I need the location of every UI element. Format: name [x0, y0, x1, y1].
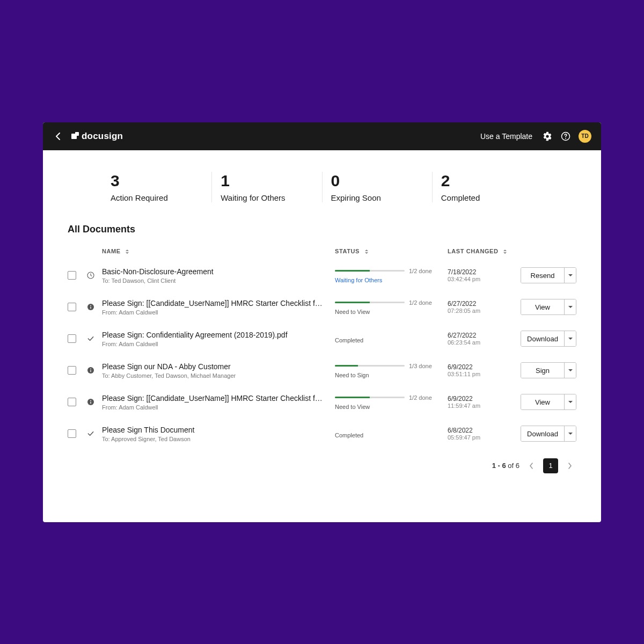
- column-name-label: NAME: [102, 248, 121, 254]
- progress-text: 1/3 done: [409, 363, 432, 369]
- svg-point-9: [90, 368, 91, 369]
- row-action-group: Sign: [521, 362, 576, 378]
- row-action-dropdown[interactable]: [564, 331, 576, 346]
- row-checkbox[interactable]: [68, 398, 76, 406]
- row-action-button[interactable]: Sign: [521, 363, 564, 378]
- info-icon: [86, 366, 95, 375]
- pagination-current[interactable]: 1: [543, 458, 558, 473]
- status-text: Completed: [335, 432, 448, 438]
- row-status-icon: [86, 429, 96, 438]
- pagination-next[interactable]: [564, 459, 576, 472]
- row-action-button[interactable]: View: [521, 299, 564, 314]
- document-subtitle: To: Abby Customer, Ted Dawson, Michael M…: [102, 372, 324, 379]
- info-icon: [86, 398, 95, 406]
- caret-down-icon: [568, 369, 573, 371]
- use-template-link[interactable]: Use a Template: [480, 132, 532, 141]
- date-time: 06:23:54 am: [448, 339, 517, 346]
- date-time: 11:59:47 am: [448, 402, 517, 409]
- row-status-icon: [86, 270, 96, 280]
- brand-logo: docusign: [71, 131, 123, 142]
- row-action-button[interactable]: Resend: [521, 268, 564, 283]
- pagination-range: 1 - 6 of 6: [492, 462, 519, 470]
- row-action-dropdown[interactable]: [564, 363, 576, 378]
- document-subtitle: From: Adam Caldwell: [102, 309, 324, 316]
- help-button[interactable]: [560, 131, 571, 142]
- summary-count: 1: [221, 172, 313, 190]
- settings-button[interactable]: [542, 131, 553, 142]
- summary-completed[interactable]: 2 Completed: [433, 172, 542, 202]
- user-avatar[interactable]: TD: [579, 130, 591, 143]
- row-action-dropdown[interactable]: [564, 394, 576, 409]
- chevron-right-icon: [568, 463, 572, 469]
- table-row: Please Sign This Document To: Approved S…: [68, 418, 576, 450]
- document-subtitle: To: Ted Dawson, Clint Client: [102, 277, 324, 284]
- table-header: NAME STATUS LAST CHANGED: [68, 243, 576, 260]
- document-title[interactable]: Please Sign our NDA - Abby Customer: [102, 362, 324, 371]
- column-status[interactable]: STATUS: [335, 248, 448, 254]
- back-button[interactable]: [53, 131, 63, 142]
- check-icon: [86, 429, 95, 438]
- table-row: Basic-Non-Disclosure-Agreement To: Ted D…: [68, 260, 576, 291]
- sort-icon: [503, 250, 507, 254]
- docusign-mark-icon: [71, 132, 79, 141]
- gear-icon: [543, 131, 552, 141]
- document-title[interactable]: Basic-Non-Disclosure-Agreement: [102, 267, 324, 276]
- date-main: 7/18/2022: [448, 268, 517, 276]
- row-action-button[interactable]: Download: [521, 426, 564, 441]
- summary-expiring[interactable]: 0 Expiring Soon: [323, 172, 433, 202]
- row-action-dropdown[interactable]: [564, 426, 576, 441]
- sort-icon: [126, 250, 129, 254]
- summary-label: Expiring Soon: [331, 193, 423, 202]
- row-checkbox[interactable]: [68, 271, 76, 280]
- summary-count: 2: [441, 172, 533, 190]
- date-time: 05:59:47 pm: [448, 434, 517, 441]
- row-checkbox[interactable]: [68, 429, 76, 438]
- row-action-group: Resend: [521, 267, 576, 283]
- row-action-dropdown[interactable]: [564, 299, 576, 314]
- row-status-icon: [86, 334, 96, 343]
- document-subtitle: From: Adam Caldwell: [102, 341, 324, 347]
- progress-text: 1/2 done: [409, 268, 432, 274]
- caret-down-icon: [568, 433, 573, 435]
- summary-label: Completed: [441, 193, 533, 202]
- pagination-prev[interactable]: [525, 459, 538, 472]
- caret-down-icon: [568, 338, 573, 340]
- clock-icon: [86, 271, 95, 280]
- svg-rect-13: [90, 401, 91, 404]
- date-time: 07:28:05 am: [448, 308, 517, 314]
- row-action-button[interactable]: Download: [521, 331, 564, 346]
- row-checkbox[interactable]: [68, 366, 76, 375]
- row-checkbox[interactable]: [68, 334, 76, 343]
- summary-action-required[interactable]: 3 Action Required: [102, 172, 212, 202]
- row-status-icon: [86, 302, 96, 312]
- document-title[interactable]: Please Sign: Confidentiality Agreement (…: [102, 331, 324, 339]
- row-action-button[interactable]: View: [521, 394, 564, 409]
- document-title[interactable]: Please Sign: [[Candidate_UserName]] HMRC…: [102, 299, 324, 308]
- document-title[interactable]: Please Sign: [[Candidate_UserName]] HMRC…: [102, 394, 324, 402]
- svg-rect-1: [75, 132, 79, 136]
- row-checkbox[interactable]: [68, 303, 76, 311]
- column-name[interactable]: NAME: [102, 248, 335, 254]
- document-subtitle: From: Adam Caldwell: [102, 404, 324, 411]
- progress-bar: [335, 270, 405, 272]
- row-status-icon: [86, 365, 96, 375]
- progress-bar: [335, 302, 405, 303]
- summary-waiting[interactable]: 1 Waiting for Others: [212, 172, 322, 202]
- row-action-group: View: [521, 299, 576, 315]
- column-last-changed[interactable]: LAST CHANGED: [448, 248, 517, 254]
- app-header: docusign Use a Template TD: [43, 122, 601, 150]
- progress-bar: [335, 397, 405, 398]
- document-title[interactable]: Please Sign This Document: [102, 426, 324, 434]
- row-action-dropdown[interactable]: [564, 268, 576, 283]
- status-text: Completed: [335, 337, 448, 343]
- progress-bar: [335, 365, 405, 367]
- table-row: Please Sign our NDA - Abby Customer To: …: [68, 355, 576, 386]
- date-time: 03:51:11 pm: [448, 371, 517, 377]
- column-status-label: STATUS: [335, 248, 360, 254]
- row-action-group: Download: [521, 426, 576, 442]
- row-action-group: Download: [521, 331, 576, 347]
- date-main: 6/27/2022: [448, 300, 517, 308]
- date-main: 6/27/2022: [448, 332, 517, 339]
- summary-count: 0: [331, 172, 423, 190]
- row-status-icon: [86, 397, 96, 407]
